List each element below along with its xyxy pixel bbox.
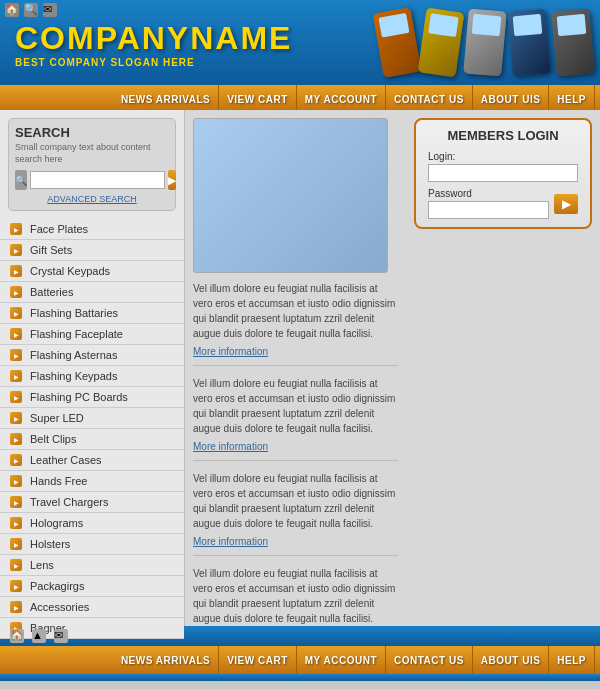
phone-silver (463, 8, 507, 76)
sidebar-item-label: Packagirgs (30, 580, 84, 592)
info-link-1[interactable]: More information (193, 441, 268, 452)
footer-nav-btn-2[interactable]: MY ACCOUNT (297, 646, 386, 674)
sidebar-bullet-icon (10, 265, 22, 277)
sidebar-item-label: Batteries (30, 286, 73, 298)
sidebar-item-label: Gift Sets (30, 244, 72, 256)
sidebar-bullet-icon (10, 349, 22, 361)
sidebar-bullet-icon (10, 307, 22, 319)
sidebar-menu: Face PlatesGift SetsCrystal KeypadsBatte… (0, 219, 184, 639)
info-text-3: Vel illum dolore eu feugiat nulla facili… (193, 566, 398, 626)
password-input[interactable] (428, 201, 549, 219)
sidebar-bullet-icon (10, 244, 22, 256)
sidebar: SEARCH Small company text about content … (0, 110, 185, 626)
sidebar-item[interactable]: Flashing PC Boards (0, 387, 184, 408)
info-block-0: Vel illum dolore eu feugiat nulla facili… (193, 281, 398, 366)
sidebar-item[interactable]: Flashing Keypads (0, 366, 184, 387)
main-image (193, 118, 388, 273)
search-desc: Small company text about content search … (15, 142, 169, 165)
sidebar-item-label: Accessories (30, 601, 89, 613)
sidebar-item-label: Flashing Keypads (30, 370, 117, 382)
search-go-button[interactable]: ▶ (168, 170, 176, 190)
search-title: SEARCH (15, 125, 169, 140)
footer-nav: NEWS ARRIVALSVIEW CARTMY ACCOUNTCONTACT … (0, 646, 600, 674)
phones-decoration (375, 0, 595, 85)
info-text-2: Vel illum dolore eu feugiat nulla facili… (193, 471, 398, 531)
search-input[interactable] (30, 171, 165, 189)
sidebar-item[interactable]: Holograms (0, 513, 184, 534)
login-submit-button[interactable]: ▶ (554, 194, 578, 214)
sidebar-bullet-icon (10, 517, 22, 529)
sidebar-bullet-icon (10, 223, 22, 235)
sidebar-item-label: Holsters (30, 538, 70, 550)
content-inner: Vel illum dolore eu feugiat nulla facili… (193, 118, 592, 626)
sidebar-item[interactable]: Accessories (0, 597, 184, 618)
info-block-2: Vel illum dolore eu feugiat nulla facili… (193, 471, 398, 556)
nav-btn-about-uis[interactable]: ABOUT UIS (473, 85, 550, 110)
phone-blue (507, 8, 551, 76)
password-label: Password (428, 188, 549, 199)
info-link-0[interactable]: More information (193, 346, 268, 357)
footer-nav-btn-1[interactable]: VIEW CART (219, 646, 297, 674)
sidebar-item[interactable]: Crystal Keypads (0, 261, 184, 282)
advanced-search-link[interactable]: ADVANCED SEARCH (15, 194, 169, 204)
main-content: SEARCH Small company text about content … (0, 110, 600, 626)
sidebar-bullet-icon (10, 412, 22, 424)
sidebar-item[interactable]: Flashing Faceplate (0, 324, 184, 345)
left-column: Vel illum dolore eu feugiat nulla facili… (193, 118, 398, 626)
info-text-0: Vel illum dolore eu feugiat nulla facili… (193, 281, 398, 341)
info-link-2[interactable]: More information (193, 536, 268, 547)
right-column: MEMBERS LOGIN Login: Password ▶ (414, 118, 592, 626)
sidebar-item-label: Travel Chargers (30, 496, 108, 508)
info-block-1: Vel illum dolore eu feugiat nulla facili… (193, 376, 398, 461)
footer-bottom-bar (0, 674, 600, 681)
sidebar-item-label: Flashing Faceplate (30, 328, 123, 340)
sidebar-item[interactable]: Flashing Battaries (0, 303, 184, 324)
sidebar-item-label: Flashing PC Boards (30, 391, 128, 403)
header: 🏠 🔍 ✉ COMPANYNAME BEST COMPANY SLOGAN HE… (0, 0, 600, 110)
nav-btn-contact-us[interactable]: CONTACT US (386, 85, 473, 110)
sidebar-item[interactable]: Face Plates (0, 219, 184, 240)
footer-home-icon[interactable]: 🏠 (10, 629, 24, 643)
sidebar-bullet-icon (10, 433, 22, 445)
login-input[interactable] (428, 164, 578, 182)
company-slogan: BEST COMPANY SLOGAN HERE (15, 57, 292, 68)
footer-nav-btn-4[interactable]: ABOUT UIS (473, 646, 550, 674)
password-row: Password ▶ (428, 188, 578, 219)
phone-orange (373, 7, 422, 78)
sidebar-item[interactable]: Batteries (0, 282, 184, 303)
sidebar-item-label: Hands Free (30, 475, 87, 487)
sidebar-item[interactable]: Lens (0, 555, 184, 576)
sidebar-item-label: Face Plates (30, 223, 88, 235)
search-row: 🔍 ▶ (15, 170, 169, 190)
sidebar-item[interactable]: Travel Chargers (0, 492, 184, 513)
sidebar-item[interactable]: Flashing Asternas (0, 345, 184, 366)
sidebar-item[interactable]: Hands Free (0, 471, 184, 492)
sidebar-item[interactable]: Holsters (0, 534, 184, 555)
members-login-title: MEMBERS LOGIN (428, 128, 578, 143)
nav-btn-help[interactable]: HELP (549, 85, 595, 110)
logo-area: COMPANYNAME BEST COMPANY SLOGAN HERE (0, 12, 307, 78)
footer-nav-btn-5[interactable]: HELP (549, 646, 595, 674)
sidebar-item-label: Flashing Battaries (30, 307, 118, 319)
footer-nav-btn-0[interactable]: NEWS ARRIVALS (113, 646, 219, 674)
sidebar-item[interactable]: Super LED (0, 408, 184, 429)
nav-btn-my-account[interactable]: MY ACCOUNT (297, 85, 386, 110)
sidebar-item[interactable]: Leather Cases (0, 450, 184, 471)
nav-btn-news-arrivals[interactable]: NEWS ARRIVALS (113, 85, 219, 110)
sidebar-bullet-icon (10, 601, 22, 613)
footer-email-icon[interactable]: ✉ (54, 629, 68, 643)
sidebar-item[interactable]: Packagirgs (0, 576, 184, 597)
search-icon: 🔍 (15, 170, 27, 190)
sidebar-item-label: Holograms (30, 517, 83, 529)
footer-up-icon[interactable]: ▲ (32, 629, 46, 643)
nav-btn-view-cart[interactable]: VIEW CART (219, 85, 297, 110)
footer-nav-btn-3[interactable]: CONTACT US (386, 646, 473, 674)
sidebar-item[interactable]: Bagner (0, 618, 184, 639)
content-area: Vel illum dolore eu feugiat nulla facili… (185, 110, 600, 626)
sidebar-item[interactable]: Belt Clips (0, 429, 184, 450)
sidebar-bullet-icon (10, 580, 22, 592)
sidebar-item[interactable]: Gift Sets (0, 240, 184, 261)
sidebar-bullet-icon (10, 538, 22, 550)
sidebar-bullet-icon (10, 559, 22, 571)
login-label: Login: (428, 151, 578, 162)
